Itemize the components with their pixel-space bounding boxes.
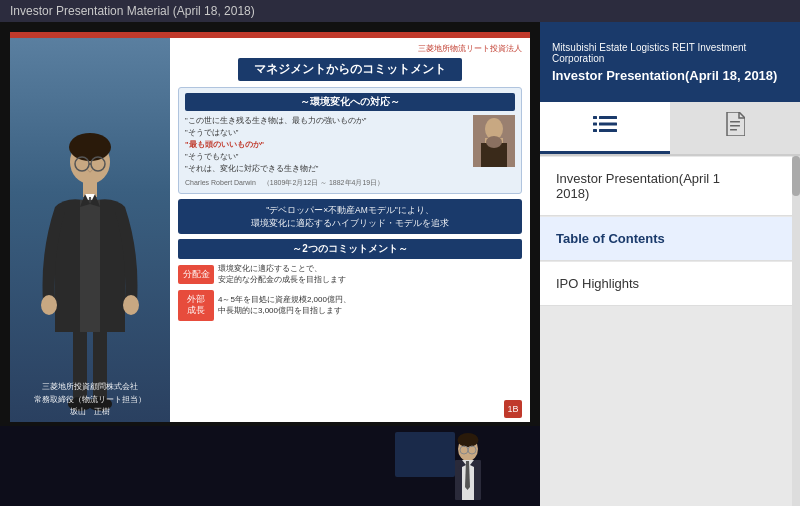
presentation-title: Investor Presentation(April 18, 2018) — [552, 68, 788, 83]
svg-point-25 — [458, 433, 479, 447]
toc-item-label: Table of Contents — [556, 231, 665, 246]
list-icon — [593, 114, 617, 139]
person-caption: 三菱地所投資顧問株式会社 常務取締役（物流リート担当） 坂山 正樹 — [34, 380, 146, 418]
svg-point-8 — [41, 295, 57, 315]
presenter-area — [0, 426, 540, 506]
commitment-label-1: 分配金 — [178, 265, 214, 285]
svg-rect-34 — [593, 116, 597, 119]
tabs-row — [540, 102, 800, 156]
toc-ipo-label: IPO Highlights — [556, 276, 639, 291]
toc-item-ipo-highlights[interactable]: IPO Highlights — [540, 262, 800, 306]
svg-point-9 — [123, 295, 139, 315]
svg-rect-41 — [730, 125, 740, 127]
darwin-quote-5: "それは、変化に対応できる生き物だ" — [185, 163, 468, 175]
tab-toc[interactable] — [540, 102, 670, 154]
doc-icon — [725, 112, 745, 141]
blue-message-box: "デベロッパー×不動産AMモデル"により、 環境変化に適応するハイブリッド・モデ… — [178, 199, 522, 235]
commitment-list: 分配金 環境変化に適応することで、 安定的な分配金の成長を目指します 外部 成長… — [178, 263, 522, 321]
slide-frame: 三菱地所投資顧問株式会社 常務取締役（物流リート担当） 坂山 正樹 三菱地所物流… — [10, 32, 530, 422]
svg-point-1 — [69, 133, 111, 161]
toc-item-investor-presentation[interactable]: Investor Presentation(April 12018) — [540, 157, 800, 216]
commitment-desc-2: 4～5年を目処に資産規模2,000億円、 中長期的に3,000億円を目指します — [218, 294, 522, 316]
svg-rect-40 — [730, 121, 740, 123]
presenter-video — [0, 426, 540, 506]
env-change-title: ～環境変化への対応～ — [185, 93, 515, 111]
svg-rect-39 — [599, 129, 617, 132]
tab-doc[interactable] — [670, 102, 800, 154]
slide-photo-area: 三菱地所投資顧問株式会社 常務取締役（物流リート担当） 坂山 正樹 — [10, 38, 170, 422]
darwin-quote-4: "そうでもない" — [185, 151, 468, 163]
slide-area: 三菱地所投資顧問株式会社 常務取締役（物流リート担当） 坂山 正樹 三菱地所物流… — [0, 22, 540, 506]
darwin-quote-3: "最も頭のいいものか" — [185, 139, 468, 151]
slide-number: 1B — [504, 400, 522, 418]
svg-rect-35 — [599, 116, 617, 119]
commitment-row-1: 分配金 環境変化に適応することで、 安定的な分配金の成長を目指します — [178, 263, 522, 285]
darwin-name: Charles Robert Darwin （1809年2月12日 ～ 1882… — [185, 177, 468, 188]
svg-rect-38 — [593, 129, 597, 132]
presenter-figure — [390, 427, 490, 505]
main-container: 三菱地所投資顧問株式会社 常務取締役（物流リート担当） 坂山 正樹 三菱地所物流… — [0, 22, 800, 506]
svg-point-21 — [486, 136, 502, 148]
toc-item-table-of-contents[interactable]: Table of Contents — [540, 217, 800, 261]
title-bar-label: Investor Presentation Material (April 18… — [10, 4, 255, 18]
svg-rect-42 — [730, 129, 737, 131]
svg-rect-5 — [80, 200, 100, 332]
commitment-desc-1: 環境変化に適応することで、 安定的な分配金の成長を目指します — [218, 263, 522, 285]
commitment-label-2: 外部 成長 — [178, 290, 214, 321]
darwin-quote-1: "この世に生き残る生き物は、最も力の強いものか" — [185, 115, 468, 127]
slide-inner: 三菱地所投資顧問株式会社 常務取締役（物流リート担当） 坂山 正樹 三菱地所物流… — [10, 38, 530, 422]
right-panel: Mitsubishi Estate Logistics REIT Investm… — [540, 22, 800, 506]
person-figure — [25, 132, 155, 412]
darwin-quote-2: "そうではない" — [185, 127, 468, 139]
commitment-title: ～2つのコミットメント～ — [178, 239, 522, 259]
presentation-header: Mitsubishi Estate Logistics REIT Investm… — [540, 22, 800, 102]
svg-rect-23 — [395, 432, 455, 477]
svg-rect-36 — [593, 123, 597, 126]
svg-rect-37 — [599, 123, 617, 126]
slide-content-right: 三菱地所物流リート投資法人 マネジメントからのコミットメント ～環境変化への対応… — [170, 38, 530, 422]
slide-main-title: マネジメントからのコミットメント — [238, 58, 462, 81]
darwin-portrait — [473, 115, 515, 167]
title-bar: Investor Presentation Material (April 18… — [0, 0, 800, 22]
company-name: Mitsubishi Estate Logistics REIT Investm… — [552, 42, 788, 64]
mitsubishi-logo: 三菱地所物流リート投資法人 — [418, 44, 522, 54]
toc-scroll-area[interactable]: Investor Presentation(April 12018) Table… — [540, 156, 800, 506]
commitment-row-2: 外部 成長 4～5年を目処に資産規模2,000億円、 中長期的に3,000億円を… — [178, 290, 522, 321]
